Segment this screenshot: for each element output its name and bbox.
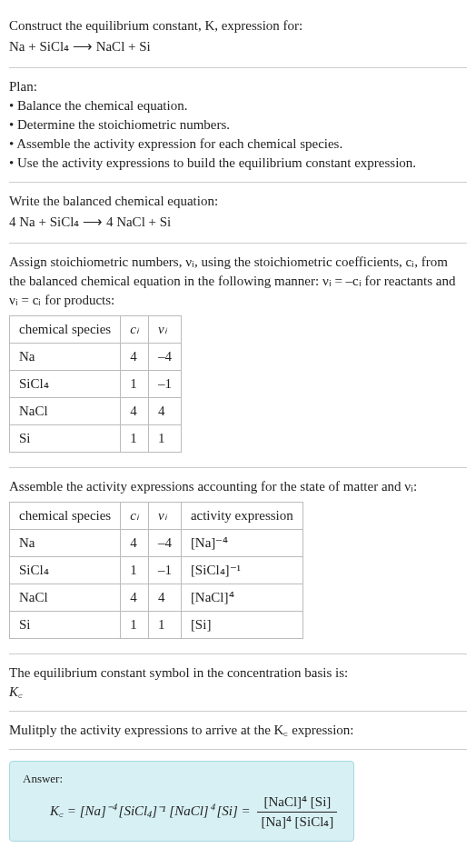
cell-species: Si <box>10 612 121 639</box>
prompt-text: Construct the equilibrium constant, K, e… <box>9 16 467 35</box>
table-row: Si 1 1 [Si] <box>10 612 303 639</box>
table-row: SiCl₄ 1 –1 [SiCl₄]⁻¹ <box>10 557 303 584</box>
cell-activity: [Na]⁻⁴ <box>181 530 302 557</box>
cell-ci: 4 <box>121 584 149 612</box>
plan-bullet-1: • Balance the chemical equation. <box>9 96 467 115</box>
multiply-text: Mulitply the activity expressions to arr… <box>9 721 467 740</box>
cell-ci: 1 <box>121 425 149 453</box>
cell-ci: 1 <box>121 612 149 639</box>
symbol-text: The equilibrium constant symbol in the c… <box>9 663 467 683</box>
symbol-value: K꜀ <box>9 683 467 702</box>
balanced-equation: 4 Na + SiCl₄ ⟶ 4 NaCl + Si <box>9 213 467 232</box>
prompt-section: Construct the equilibrium constant, K, e… <box>9 7 467 68</box>
answer-expression: K꜀ = [Na]⁻⁴ [SiCl₄]⁻¹ [NaCl]⁴ [Si] = [Na… <box>23 793 341 832</box>
table-row: NaCl 4 4 <box>10 398 182 425</box>
symbol-section: The equilibrium constant symbol in the c… <box>9 654 467 712</box>
table-row: NaCl 4 4 [NaCl]⁴ <box>10 584 303 612</box>
plan-section: Plan: • Balance the chemical equation. •… <box>9 68 467 183</box>
cell-vi: –1 <box>148 371 181 398</box>
table-row: Na 4 –4 [Na]⁻⁴ <box>10 530 303 557</box>
answer-box: Answer: K꜀ = [Na]⁻⁴ [SiCl₄]⁻¹ [NaCl]⁴ [S… <box>9 761 354 842</box>
assign-text: Assign stoichiometric numbers, νᵢ, using… <box>9 253 467 310</box>
cell-vi: 4 <box>148 398 181 425</box>
cell-vi: 1 <box>148 425 181 453</box>
cell-ci: 1 <box>121 371 149 398</box>
table-header-row: chemical species cᵢ νᵢ <box>10 316 182 344</box>
table-row: Na 4 –4 <box>10 344 182 371</box>
cell-species: Na <box>10 344 121 371</box>
col-ci: cᵢ <box>121 316 149 344</box>
balance-section: Write the balanced chemical equation: 4 … <box>9 183 467 244</box>
cell-species: NaCl <box>10 584 121 612</box>
cell-ci: 4 <box>121 398 149 425</box>
cell-ci: 1 <box>121 557 149 584</box>
answer-denominator: [Na]⁴ [SiCl₄] <box>257 813 337 832</box>
table-header-row: chemical species cᵢ νᵢ activity expressi… <box>10 503 303 530</box>
table-row: SiCl₄ 1 –1 <box>10 371 182 398</box>
cell-species: SiCl₄ <box>10 371 121 398</box>
stoich-table: chemical species cᵢ νᵢ Na 4 –4 SiCl₄ 1 –… <box>9 315 182 453</box>
cell-species: Si <box>10 425 121 453</box>
cell-ci: 4 <box>121 530 149 557</box>
unbalanced-equation: Na + SiCl₄ ⟶ NaCl + Si <box>9 37 467 56</box>
cell-vi: 4 <box>148 584 181 612</box>
cell-activity: [SiCl₄]⁻¹ <box>181 557 302 584</box>
cell-species: Na <box>10 530 121 557</box>
cell-activity: [Si] <box>181 612 302 639</box>
plan-heading: Plan: <box>9 77 467 96</box>
multiply-section: Mulitply the activity expressions to arr… <box>9 712 467 750</box>
col-vi: νᵢ <box>148 503 181 530</box>
cell-vi: –1 <box>148 557 181 584</box>
table-row: Si 1 1 <box>10 425 182 453</box>
answer-lhs: K꜀ = [Na]⁻⁴ [SiCl₄]⁻¹ [NaCl]⁴ [Si] = <box>50 803 253 818</box>
balance-heading: Write the balanced chemical equation: <box>9 192 467 211</box>
assign-section: Assign stoichiometric numbers, νᵢ, using… <box>9 244 467 468</box>
col-species: chemical species <box>10 316 121 344</box>
cell-vi: 1 <box>148 612 181 639</box>
col-species: chemical species <box>10 503 121 530</box>
assemble-text: Assemble the activity expressions accoun… <box>9 477 467 496</box>
cell-vi: –4 <box>148 344 181 371</box>
plan-bullet-4: • Use the activity expressions to build … <box>9 154 467 173</box>
col-ci: cᵢ <box>121 503 149 530</box>
cell-ci: 4 <box>121 344 149 371</box>
plan-bullet-2: • Determine the stoichiometric numbers. <box>9 115 467 135</box>
cell-species: NaCl <box>10 398 121 425</box>
answer-fraction: [NaCl]⁴ [Si] [Na]⁴ [SiCl₄] <box>257 793 337 832</box>
plan-bullet-3: • Assemble the activity expression for e… <box>9 135 467 154</box>
assemble-section: Assemble the activity expressions accoun… <box>9 468 467 654</box>
answer-numerator: [NaCl]⁴ [Si] <box>257 793 337 813</box>
answer-label: Answer: <box>23 771 341 787</box>
answer-section: Answer: K꜀ = [Na]⁻⁴ [SiCl₄]⁻¹ [NaCl]⁴ [S… <box>9 750 467 842</box>
col-activity: activity expression <box>181 503 302 530</box>
col-vi: νᵢ <box>148 316 181 344</box>
cell-activity: [NaCl]⁴ <box>181 584 302 612</box>
cell-species: SiCl₄ <box>10 557 121 584</box>
cell-vi: –4 <box>148 530 181 557</box>
activity-table: chemical species cᵢ νᵢ activity expressi… <box>9 502 303 639</box>
